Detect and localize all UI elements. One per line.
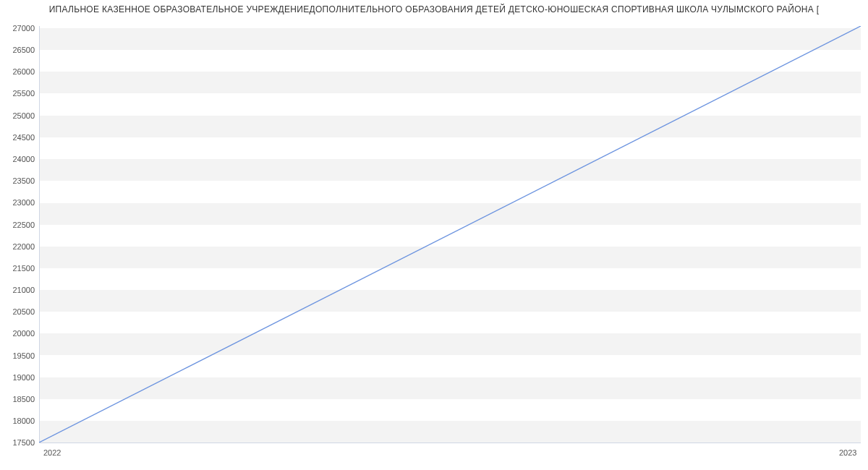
y-tick: 21500: [0, 264, 35, 273]
y-tick: 18500: [0, 395, 35, 403]
chart-title: ИПАЛЬНОЕ КАЗЕННОЕ ОБРАЗОВАТЕЛЬНОЕ УЧРЕЖД…: [0, 4, 868, 14]
y-tick: 24000: [0, 155, 35, 163]
y-tick: 20000: [0, 329, 35, 338]
y-tick: 25500: [0, 89, 35, 98]
x-axis-line: [39, 443, 861, 443]
y-tick: 19000: [0, 373, 35, 382]
y-tick: 23500: [0, 176, 35, 185]
y-tick: 19500: [0, 351, 35, 360]
y-tick: 24500: [0, 133, 35, 142]
chart-container: ИПАЛЬНОЕ КАЗЕННОЕ ОБРАЗОВАТЕЛЬНОЕ УЧРЕЖД…: [0, 0, 868, 470]
y-tick: 27000: [0, 24, 35, 33]
y-tick: 22500: [0, 221, 35, 229]
series-svg: [39, 26, 861, 443]
y-tick: 18000: [0, 416, 35, 425]
x-tick: 2023: [839, 448, 856, 457]
y-tick: 25000: [0, 111, 35, 120]
y-tick: 26500: [0, 46, 35, 54]
y-tick: 17500: [0, 438, 35, 447]
plot-area: [39, 26, 861, 443]
y-tick: 22000: [0, 242, 35, 251]
x-tick: 2022: [43, 448, 61, 457]
series-line: [39, 26, 861, 443]
y-tick: 21000: [0, 286, 35, 294]
y-tick: 20500: [0, 307, 35, 316]
y-tick: 23000: [0, 198, 35, 207]
y-tick: 26000: [0, 67, 35, 76]
